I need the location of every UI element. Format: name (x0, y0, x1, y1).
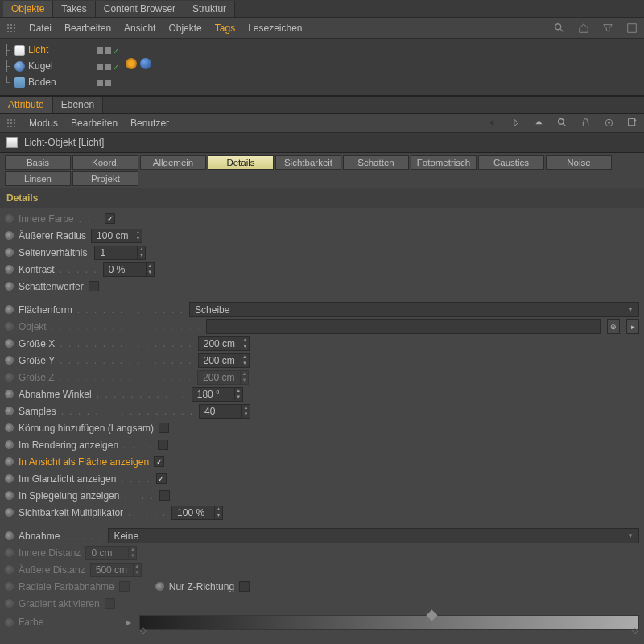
param-anim-icon[interactable] (5, 618, 14, 627)
home-icon[interactable] (578, 23, 589, 34)
subtab-fotometrisch[interactable]: Fotometrisch (411, 155, 477, 170)
light-object-icon (14, 45, 25, 56)
param-anim-icon[interactable] (5, 214, 14, 223)
subtab-allgemein[interactable]: Allgemein (140, 155, 206, 170)
menu-lesezeichen[interactable]: Lesezeichen (248, 23, 302, 34)
menu-benutzer[interactable]: Benutzer (130, 118, 169, 129)
row-abnahme: Abnahme. . . . . Keine▼ (0, 527, 644, 544)
subtab-sichtbarkeit[interactable]: Sichtbarkeit (275, 155, 341, 170)
new-icon[interactable] (627, 118, 638, 128)
nur-z-richtung-checkbox[interactable] (239, 581, 250, 592)
subtab-koord[interactable]: Koord. (72, 155, 138, 170)
aeusserer-radius-input[interactable]: 100 cm▲▼ (91, 229, 142, 243)
vis-tag-licht[interactable]: ✓ (97, 43, 121, 59)
param-anim-icon[interactable] (5, 440, 14, 449)
row-in-spiegelung: In Spiegelung anzeigen. . . . (0, 487, 644, 504)
kontrast-input[interactable]: 0 %▲▼ (103, 262, 155, 277)
groesse-y-input[interactable]: 200 cm▲▼ (198, 353, 250, 368)
samples-input[interactable]: 40▲▼ (199, 404, 250, 419)
param-anim-icon[interactable] (5, 390, 14, 398)
param-anim-icon[interactable] (5, 599, 14, 608)
tag-icon-2[interactable] (140, 58, 151, 69)
subtab-schatten[interactable]: Schatten (343, 155, 409, 170)
tree-item-kugel[interactable]: ├ Kugel (0, 58, 97, 74)
innere-farbe-checkbox[interactable]: ✓ (105, 213, 115, 224)
objekt-picker-button[interactable]: ⊕ (607, 319, 620, 334)
seitenverhaeltnis-input[interactable]: 1▲▼ (94, 246, 146, 260)
flaechenform-dropdown[interactable]: Scheibe▼ (189, 302, 639, 317)
filter-icon[interactable] (602, 23, 613, 34)
tag-icon-1[interactable] (126, 58, 137, 69)
subtab-linsen[interactable]: Linsen (5, 171, 71, 186)
object-tags-area (121, 39, 644, 95)
param-anim-icon[interactable] (5, 423, 14, 432)
sicht-mult-input[interactable]: 100 %▲▼ (171, 506, 223, 520)
expand-icon[interactable] (626, 23, 638, 34)
param-anim-icon[interactable] (155, 582, 164, 591)
in-spiegelung-checkbox[interactable] (159, 490, 170, 501)
nav-fwd-icon[interactable] (510, 118, 521, 128)
nav-back-icon[interactable] (487, 118, 497, 128)
tree-item-licht[interactable]: ├ Licht (0, 42, 97, 58)
param-anim-icon[interactable] (5, 491, 14, 500)
menu-bearbeiten[interactable]: Bearbeiten (64, 23, 111, 34)
param-anim-icon[interactable] (5, 565, 14, 574)
subtab-caustics[interactable]: Caustics (478, 155, 544, 170)
tab-objekte[interactable]: Objekte (3, 1, 53, 17)
param-anim-icon[interactable] (5, 373, 14, 382)
param-anim-icon[interactable] (5, 457, 14, 466)
menu-tags[interactable]: Tags (215, 23, 235, 34)
schattenwerfer-checkbox[interactable] (89, 281, 99, 291)
gradient-expand-icon[interactable]: ▸ (126, 617, 131, 628)
menu-datei[interactable]: Datei (29, 23, 52, 34)
tab-struktur[interactable]: Struktur (184, 1, 235, 17)
subtab-basis[interactable]: Basis (5, 155, 71, 170)
subtab-noise[interactable]: Noise (546, 155, 612, 170)
nav-up-icon[interactable] (534, 118, 544, 128)
tab-content-browser[interactable]: Content Browser (96, 1, 184, 17)
param-anim-icon[interactable] (5, 582, 14, 591)
row-flaechenform: Flächenform. . . . . . . . . . . . . Sch… (0, 301, 644, 318)
param-anim-icon[interactable] (5, 356, 14, 365)
row-aeussere-distanz: Äußere Distanz 500 cm▲▼ (0, 561, 644, 578)
param-anim-icon[interactable] (5, 508, 14, 517)
groesse-x-input[interactable]: 200 cm▲▼ (198, 336, 250, 351)
param-anim-icon[interactable] (5, 339, 14, 348)
param-anim-icon[interactable] (5, 474, 14, 483)
param-anim-icon[interactable] (5, 322, 14, 331)
abnahme-winkel-input[interactable]: 180 °▲▼ (192, 387, 243, 402)
param-anim-icon[interactable] (5, 305, 14, 314)
subtab-projekt[interactable]: Projekt (72, 171, 138, 186)
objekt-menu-button[interactable]: ▸ (626, 319, 639, 334)
section-title-details: Details (0, 188, 644, 208)
param-anim-icon[interactable] (5, 282, 14, 291)
row-objekt: Objekt. . . . . . . . . . . . . . . . . … (0, 318, 644, 335)
vis-tag-kugel[interactable]: ✓ (97, 59, 121, 75)
objekt-link-field[interactable] (206, 319, 601, 334)
koernung-checkbox[interactable] (159, 423, 169, 433)
param-anim-icon[interactable] (5, 248, 14, 257)
tab-takes[interactable]: Takes (53, 1, 95, 17)
abnahme-dropdown[interactable]: Keine▼ (108, 528, 639, 543)
menu-modus[interactable]: Modus (29, 118, 58, 129)
param-anim-icon[interactable] (5, 548, 14, 557)
tab-ebenen[interactable]: Ebenen (53, 97, 103, 113)
param-anim-icon[interactable] (5, 407, 14, 415)
im-glanzlicht-checkbox[interactable]: ✓ (156, 473, 167, 484)
tab-attribute[interactable]: Attribute (0, 97, 53, 113)
menu-ansicht[interactable]: Ansicht (124, 23, 155, 34)
param-anim-icon[interactable] (5, 265, 14, 274)
menu-objekte[interactable]: Objekte (168, 23, 201, 34)
search-icon[interactable] (554, 23, 565, 34)
tree-item-boden[interactable]: └ Boden (0, 74, 97, 90)
im-rendering-checkbox[interactable] (158, 440, 168, 450)
param-anim-icon[interactable] (5, 531, 14, 540)
in-ansicht-checkbox[interactable]: ✓ (154, 456, 164, 467)
param-anim-icon[interactable] (5, 231, 14, 240)
search-icon[interactable] (557, 118, 568, 128)
subtab-details[interactable]: Details (208, 155, 274, 170)
target-icon[interactable] (604, 118, 614, 128)
menu-bearbeiten-attr[interactable]: Bearbeiten (71, 118, 118, 129)
vis-tag-boden[interactable] (97, 75, 121, 91)
lock-icon[interactable] (580, 118, 591, 128)
